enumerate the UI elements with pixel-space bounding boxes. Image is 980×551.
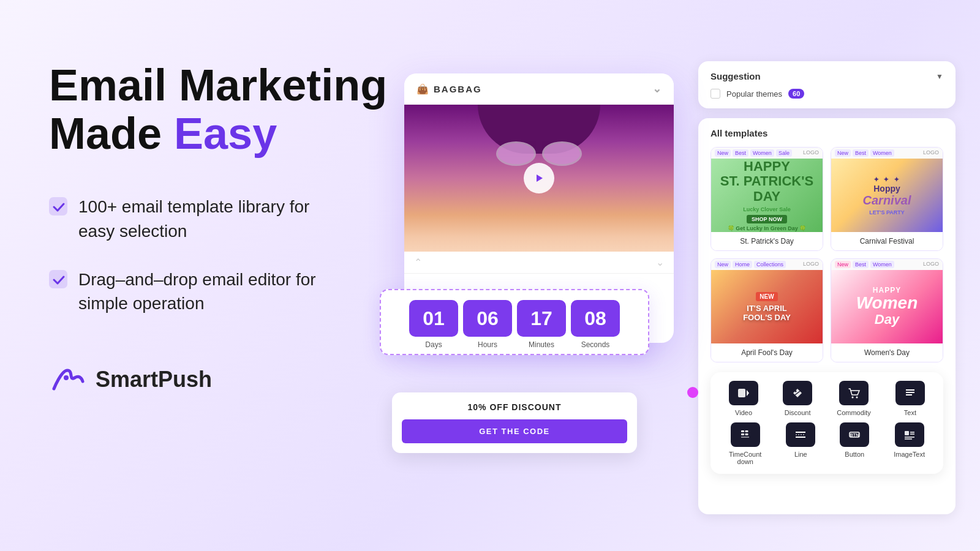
commodity-icon [839, 381, 869, 405]
brand-name: BAGBAG [434, 84, 482, 94]
button-icon: BTN [840, 422, 869, 447]
discount-label: Discount [785, 409, 811, 416]
widget-commodity[interactable]: Commodity [837, 381, 871, 416]
svg-rect-1 [50, 271, 67, 288]
scroll-arrow-down: ⌄ [652, 82, 662, 96]
get-code-button[interactable]: GET THE CODE [402, 419, 627, 443]
svg-rect-23 [905, 431, 909, 435]
check-icon-2 [49, 270, 69, 290]
nav-arrows: ⌃ ⌄ [404, 252, 674, 274]
svg-point-2 [64, 375, 69, 380]
svg-point-8 [852, 397, 854, 399]
widget-video[interactable]: Video [729, 381, 758, 416]
timecountdown-label: TimeCount down [729, 451, 761, 465]
discount-card: 10% OFF DISCOUNT GET THE CODE [392, 392, 637, 453]
widget-line[interactable]: Line [786, 422, 815, 465]
womens-inner: HAPPY Women Day [856, 286, 918, 328]
countdown-seconds: 08 Seconds [571, 300, 620, 349]
video-icon [729, 381, 758, 405]
imagetext-icon [895, 422, 924, 447]
suggestion-title: Suggestion [710, 71, 761, 81]
commodity-label: Commodity [837, 409, 871, 416]
template-grid: New Best Women Sale LOGO HAPPYST. PATRIC… [710, 147, 943, 362]
stpatrick-footer: 🍀 Get Lucky In Green Day 🍀 [728, 225, 807, 231]
april-title: IT'S APRILFOOL'S DAY [743, 304, 791, 322]
feature-text-1: 100+ email template library foreasy sele… [78, 195, 309, 242]
countdown-days: 01 Days [409, 300, 458, 349]
hours-label: Hours [478, 340, 497, 349]
templates-title: All templates [710, 128, 943, 138]
feature-text-2: Drag–and–drop email editor forsimple ope… [78, 268, 316, 315]
template-card-carnival[interactable]: New Best Women LOGO ✦ ✦ ✦ Hoppy Carnival… [831, 147, 943, 251]
suggestion-header: Suggestion ▼ [710, 71, 943, 81]
widget-text[interactable]: Text [895, 381, 925, 416]
svg-text:BTN: BTN [850, 433, 859, 437]
sunglasses [496, 141, 582, 166]
smartpush-logo-icon [49, 364, 86, 395]
logo-tag-1: LOGO [803, 149, 819, 157]
countdown-hours: 06 Hours [463, 300, 512, 349]
seconds-value: 08 [571, 300, 620, 337]
suggestion-chevron-icon[interactable]: ▼ [936, 72, 943, 81]
line-icon [786, 422, 815, 447]
widget-button[interactable]: BTN Button [840, 422, 869, 465]
svg-point-9 [856, 397, 858, 399]
countdown-card: 01 Days 06 Hours 17 Minutes 08 Seconds [380, 289, 649, 355]
template-name-april: April Fool's Day [711, 343, 823, 362]
feature-item-1: 100+ email template library foreasy sele… [49, 195, 404, 242]
template-tags-stpatricks: New Best Women Sale LOGO [711, 148, 823, 159]
features-list: 100+ email template library foreasy sele… [49, 195, 404, 315]
popular-themes-checkbox[interactable] [710, 89, 720, 99]
hero-image [404, 105, 674, 252]
discount-icon [783, 381, 812, 405]
theme-badge: 60 [788, 89, 804, 99]
svg-rect-4 [738, 389, 745, 397]
logo-tag-3: LOGO [803, 261, 819, 268]
widget-discount[interactable]: Discount [783, 381, 812, 416]
logo-tag-2: LOGO [923, 149, 939, 157]
days-value: 01 [409, 300, 458, 337]
text-icon [895, 381, 925, 405]
carnival-inner: ✦ ✦ ✦ Hoppy Carnival LET'S PARTY [863, 176, 911, 216]
widgets-row-1: Video Discount Commodity [720, 381, 933, 416]
template-tags-april: New Home Collections LOGO [711, 259, 823, 270]
feature-item-2: Drag–and–drop email editor forsimple ope… [49, 268, 404, 315]
svg-rect-0 [50, 198, 67, 215]
widget-timecountdown[interactable]: TimeCount down [729, 422, 761, 465]
svg-marker-3 [537, 174, 543, 182]
button-label: Button [845, 451, 864, 458]
discount-text: 10% OFF DISCOUNT [402, 402, 627, 412]
seconds-label: Seconds [581, 340, 610, 349]
right-section: 👜 BAGBAG ⌄ [392, 0, 980, 551]
widgets-panel: Video Discount Commodity [710, 372, 943, 474]
logo-name: SmartPush [96, 367, 212, 392]
headline: Email Marketing Made Easy [49, 61, 404, 158]
templates-panel: All templates New Best Women Sale LOGO [698, 118, 956, 514]
template-thumb-stpatricks: HAPPYST. PATRICK'SDAY Lucky Clover Sale … [711, 159, 823, 232]
popular-themes-label: Popular themes [726, 89, 782, 99]
template-card-womens[interactable]: New Best Women LOGO HAPPY Women Day [831, 258, 943, 362]
video-label: Video [735, 409, 752, 416]
template-name-womens: Women's Day [831, 343, 943, 362]
svg-marker-5 [747, 390, 749, 396]
headline-line2-normal: Made [49, 109, 174, 158]
stpatrick-sub: Lucky Clover Sale [743, 206, 791, 212]
headline-line1: Email Marketing [49, 61, 387, 110]
template-sidebar: Suggestion ▼ Popular themes 60 All templ… [698, 61, 956, 514]
template-card-stpatricks[interactable]: New Best Women Sale LOGO HAPPYST. PATRIC… [710, 147, 823, 251]
play-button[interactable] [524, 163, 554, 193]
email-preview-container: 👜 BAGBAG ⌄ [404, 73, 686, 453]
minutes-label: Minutes [529, 340, 554, 349]
connector-dot [687, 387, 698, 398]
template-card-april[interactable]: New Home Collections LOGO NEW IT'S APRIL… [710, 258, 823, 362]
logo-tag-4: LOGO [923, 261, 939, 268]
headline-highlight: Easy [174, 109, 277, 158]
widget-imagetext[interactable]: ImageText [894, 422, 925, 465]
email-header: 👜 BAGBAG ⌄ [404, 73, 674, 105]
template-thumb-carnival: ✦ ✦ ✦ Hoppy Carnival LET'S PARTY [831, 159, 943, 232]
logo-section: SmartPush [49, 364, 404, 395]
template-name-carnival: Carnival Festival [831, 232, 943, 250]
arrow-down: ⌄ [656, 257, 664, 268]
minutes-value: 17 [517, 300, 566, 337]
template-thumb-april: NEW IT'S APRILFOOL'S DAY [711, 270, 823, 343]
